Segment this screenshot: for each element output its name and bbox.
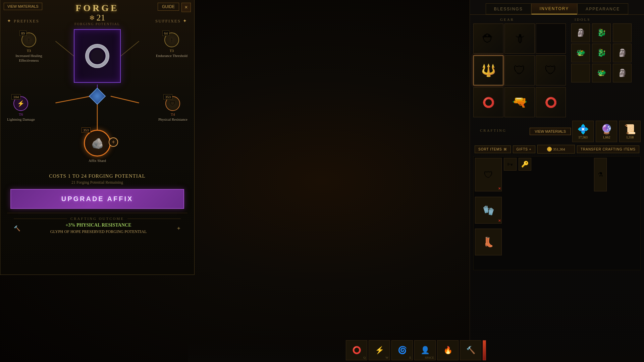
gold-amount: 351,304 (553, 147, 565, 151)
upgrade-affix-button[interactable]: UPGRADE AFFIX (10, 189, 184, 209)
hotbar-slot-3[interactable]: 🌀 E (391, 340, 413, 360)
ring-icon (82, 38, 112, 74)
transfer-crafting-items-button[interactable]: TRANSFER CRAFTING ITEMS (577, 145, 639, 153)
forging-potential-label: FORGING POTENTIAL (74, 22, 120, 26)
affix-shard-node[interactable]: 353 🪨 + Affix Shard (84, 130, 111, 163)
gear-armor-icon: 🛡 (514, 63, 526, 77)
view-materials-button[interactable]: VIEW MATERIALS (4, 3, 42, 10)
crafting-header: CRAFTING (473, 128, 528, 132)
hotbar-slot-2[interactable]: ⚡ W (369, 340, 390, 360)
affix-top-right-value: 64 (162, 31, 169, 36)
inventory-body: GEAR IDOLS ⛑ 🗡 🔱 🛡 (470, 15, 644, 273)
hotbar-4-key: SPACE (425, 356, 434, 359)
idol-5-icon: 🐉 (597, 49, 606, 57)
hotbar-slot-5[interactable]: 🔥 (437, 340, 459, 360)
material-slot-3[interactable]: 📜 1,558 (619, 121, 641, 142)
hotbar-slot-1[interactable]: ⭕ Q (346, 340, 367, 360)
storage-item-4[interactable]: ⚗ (594, 158, 607, 191)
gear-slot-weapon[interactable]: 🗡 (504, 23, 535, 54)
affix-bottom-right-tier: T4 (171, 112, 175, 116)
storage-item-5[interactable]: 🧤 (475, 197, 502, 224)
shard-icon: 🪨 (91, 137, 104, 149)
idol-6-icon: 🗿 (618, 49, 627, 57)
tab-blessings[interactable]: BLESSINGS (486, 3, 531, 14)
gifts-button[interactable]: GIFTS + (513, 145, 535, 153)
tab-appearance[interactable]: APPEARANCE (577, 3, 628, 14)
affix-bottom-left-name: Lightning Damage (7, 117, 35, 122)
storage-item-2[interactable]: 🗝 (504, 158, 517, 171)
outcome-left-icon: 🔨 (14, 225, 20, 232)
idol-slot-7[interactable] (571, 64, 590, 82)
material-1-count: 17,563 (578, 135, 588, 139)
affix-bottom-right[interactable]: 353 🛡 T4 Physical Resistance (158, 96, 187, 122)
outcome-icons: 🔨 +3% PHYSICAL RESISTANCE GLYPH OF HOPE … (14, 223, 181, 234)
idol-slot-2[interactable]: 🐉 (592, 23, 611, 42)
gold-display: 351,304 (537, 145, 575, 154)
gear-slot-helmet[interactable]: ⛑ (473, 23, 503, 54)
prefix-star-icon: ✦ (7, 18, 12, 24)
affix-bottom-left-tier: T6 (19, 112, 23, 116)
sort-items-button[interactable]: SORT ITEMS ⌘ (475, 145, 511, 153)
affix-top-right[interactable]: 64 ↑ T3 Endurance Threshold (156, 33, 187, 58)
gear-slot-offhand[interactable]: 🔫 (504, 87, 535, 117)
hotbar-slot-6[interactable]: 🔨 (460, 340, 481, 360)
gear-slot-empty1[interactable] (536, 23, 566, 54)
crafting-materials: 💠 17,563 🔮 1,662 📜 1,558 (572, 121, 641, 142)
material-1-icon: 💠 (577, 124, 589, 135)
crafting-right-row: VIEW MATERIALS 💠 17,563 🔮 1,662 📜 1,5 (528, 121, 641, 142)
tab-inventory[interactable]: INVENTORY (531, 3, 578, 14)
gear-offhand-icon: 🔫 (512, 95, 527, 109)
hotbar-4-icon: 👤 (421, 346, 430, 355)
outcome-result: +3% PHYSICAL RESISTANCE (50, 223, 147, 228)
hotbar-1-icon: ⭕ (352, 346, 361, 355)
suffix-star-icon: ✦ (183, 18, 187, 24)
idol-slot-3[interactable] (613, 23, 632, 42)
gear-idols-row: ⛑ 🗡 🔱 🛡 🛡 ⭕ (473, 23, 641, 117)
affix-top-right-icon: ↑ (170, 37, 173, 44)
material-3-icon: 📜 (624, 124, 636, 135)
gear-slot-shield[interactable]: 🛡 (536, 55, 566, 85)
forge-snowflake-icon: ❄ (89, 14, 95, 22)
affix-bottom-left-circle: 104 ⚡ (13, 96, 28, 111)
shard-label: Affix Shard (89, 159, 106, 163)
hotbar-slot-4[interactable]: 👤 SPACE (414, 340, 436, 360)
hotbar-3-icon: 🌀 (398, 346, 407, 355)
add-shard-button[interactable]: + (109, 137, 118, 147)
view-materials-right-button[interactable]: VIEW MATERIALS (530, 128, 571, 135)
center-item-box[interactable] (74, 29, 121, 83)
gear-slot-chest[interactable]: 🔱 (473, 55, 503, 85)
affix-bottom-left[interactable]: 104 ⚡ T6 Lightning Damage (7, 96, 35, 122)
affix-bottom-left-value: 104 (11, 94, 20, 100)
idol-slot-6[interactable]: 🗿 (613, 44, 632, 62)
storage-item-5-icon: 🧤 (483, 205, 494, 216)
forge-content-area: 89 ↑ T3 Increased Healing Effectiveness … (7, 29, 187, 170)
outcome-desc: GLYPH OF HOPE PRESERVED FORGING POTENTIA… (50, 229, 147, 234)
tab-row: BLESSINGS INVENTORY APPEARANCE (470, 0, 644, 15)
forge-panel: VIEW MATERIALS FORGE GUIDE × ✦ PREFIXES … (0, 0, 195, 275)
section-headers: GEAR IDOLS (473, 17, 641, 21)
idol-slot-1[interactable]: 🗿 (571, 23, 590, 42)
action-row: SORT ITEMS ⌘ GIFTS + 351,304 TRANSFER CR… (473, 145, 641, 154)
idol-slot-8[interactable]: 🐲 (592, 64, 611, 82)
svg-line-2 (55, 96, 91, 103)
gear-slot-armor[interactable]: 🛡 (504, 55, 535, 85)
affix-top-left[interactable]: 89 ↑ T3 Increased Healing Effectiveness (7, 33, 51, 63)
material-slot-1[interactable]: 💠 17,563 (572, 121, 594, 142)
storage-item-3[interactable]: 🔑 (519, 158, 531, 171)
idol-1-icon: 🗿 (576, 28, 585, 37)
idol-slot-4[interactable]: 🐲 (571, 44, 590, 62)
storage-item-6[interactable]: 👢 (475, 229, 502, 255)
crafting-outcome-header: CRAFTING OUTCOME (14, 217, 181, 221)
material-slot-2[interactable]: 🔮 1,662 (596, 121, 617, 142)
idol-slot-9[interactable]: 🗿 (613, 64, 632, 82)
crafting-row: CRAFTING VIEW MATERIALS 💠 17,563 🔮 1,662 (473, 121, 641, 142)
remaining-text: 21 Forging Potential Remaining (7, 180, 187, 185)
gear-slot-ring[interactable]: ⭕ (473, 87, 503, 117)
gear-slot-ring2[interactable]: ⭕ (536, 87, 566, 117)
idol-slot-5[interactable]: 🐉 (592, 44, 611, 62)
forge-close-button[interactable]: × (181, 3, 191, 12)
affixes-row: ✦ PREFIXES ❄ 21 FORGING POTENTIAL SUFFIX… (0, 16, 194, 26)
affix-bottom-right-name: Physical Resistance (158, 117, 187, 122)
storage-item-1[interactable]: 🛡 (475, 158, 502, 191)
forge-guide-button[interactable]: GUIDE (158, 3, 179, 11)
